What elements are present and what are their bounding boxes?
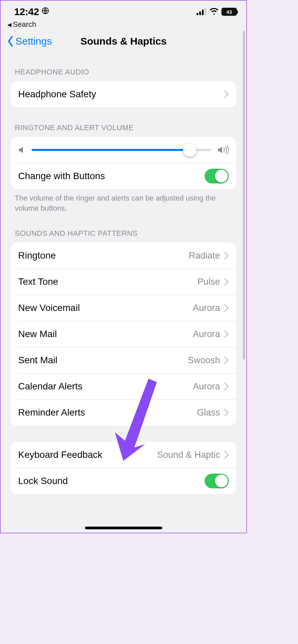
nav-back-button[interactable]: Settings <box>7 35 52 47</box>
chevron-right-icon <box>224 356 229 364</box>
home-indicator[interactable] <box>85 527 162 529</box>
nav-back-label: Settings <box>15 36 52 47</box>
chevron-left-icon <box>7 35 15 47</box>
group-patterns: Ringtone Radiate Text Tone Pulse New Voi… <box>11 243 236 426</box>
section-footer-volume: The volume of the ringer and alerts can … <box>11 189 236 213</box>
row-label: Ringtone <box>18 250 56 261</box>
section-header-headphone: HEADPHONE AUDIO <box>11 52 236 81</box>
row-lock-sound[interactable]: Lock Sound <box>11 468 236 494</box>
location-services-icon <box>42 7 49 16</box>
cellular-signal-icon <box>197 8 207 15</box>
chevron-right-icon <box>224 304 229 312</box>
battery-percent: 43 <box>226 9 232 15</box>
battery-indicator: 43 <box>221 8 237 16</box>
speaker-max-icon <box>217 146 229 154</box>
svg-rect-2 <box>199 11 201 15</box>
row-label: Calendar Alerts <box>18 381 82 392</box>
svg-rect-1 <box>197 13 198 15</box>
row-value: Glass <box>197 408 220 418</box>
status-bar: 12:42 43 <box>1 1 246 19</box>
volume-slider-thumb[interactable] <box>183 143 197 157</box>
back-to-app-label: Search <box>13 20 36 29</box>
chevron-right-icon <box>224 252 229 260</box>
toggle-change-with-buttons[interactable] <box>205 169 229 183</box>
row-value: Pulse <box>197 277 220 287</box>
back-to-app[interactable]: ◀ Search <box>1 19 246 31</box>
svg-rect-3 <box>202 10 204 15</box>
row-value: Aurora <box>193 303 220 313</box>
row-new-voicemail[interactable]: New Voicemail Aurora <box>11 295 236 321</box>
row-sent-mail[interactable]: Sent Mail Swoosh <box>11 347 236 373</box>
nav-header: Settings Sounds & Haptics <box>1 31 246 52</box>
wifi-icon <box>209 8 219 15</box>
group-volume: Change with Buttons <box>11 137 236 189</box>
row-label: Sent Mail <box>18 355 57 366</box>
row-ringtone[interactable]: Ringtone Radiate <box>11 243 236 269</box>
group-headphone: Headphone Safety <box>11 81 236 107</box>
row-keyboard-feedback[interactable]: Keyboard Feedback Sound & Haptic <box>11 442 236 468</box>
row-value: Aurora <box>193 381 220 392</box>
chevron-right-icon <box>224 409 229 417</box>
row-value: Swoosh <box>188 355 220 366</box>
chevron-right-icon <box>224 382 229 390</box>
toggle-lock-sound[interactable] <box>205 474 229 488</box>
row-value: Radiate <box>189 251 220 261</box>
status-clock: 12:42 <box>14 6 39 17</box>
row-label: Reminder Alerts <box>18 407 85 418</box>
chevron-right-icon <box>224 90 229 98</box>
section-header-volume: RINGTONE AND ALERT VOLUME <box>11 107 236 137</box>
row-value: Aurora <box>193 329 220 339</box>
row-label: Change with Buttons <box>18 171 105 181</box>
volume-slider-fill <box>32 149 190 151</box>
row-label: Lock Sound <box>18 476 68 486</box>
row-volume-slider <box>11 137 236 163</box>
svg-rect-4 <box>205 8 206 15</box>
group-misc: Keyboard Feedback Sound & Haptic Lock So… <box>11 442 236 494</box>
row-headphone-safety[interactable]: Headphone Safety <box>11 81 236 107</box>
page-title: Sounds & Haptics <box>80 36 167 47</box>
section-header-patterns: SOUNDS AND HAPTIC PATTERNS <box>11 213 236 243</box>
scroll-indicator <box>243 31 245 360</box>
row-label: New Mail <box>18 329 57 339</box>
row-label: Keyboard Feedback <box>18 449 102 460</box>
chevron-right-icon <box>224 330 229 338</box>
chevron-right-icon <box>224 451 229 459</box>
row-text-tone[interactable]: Text Tone Pulse <box>11 269 236 295</box>
speaker-min-icon <box>18 146 26 154</box>
row-label: Text Tone <box>18 276 58 287</box>
volume-slider[interactable] <box>32 149 211 151</box>
row-value: Sound & Haptic <box>157 450 220 460</box>
row-new-mail[interactable]: New Mail Aurora <box>11 321 236 347</box>
device-frame: 12:42 43 ◀ Search Settings Sounds & Hap <box>0 0 247 533</box>
row-label: New Voicemail <box>18 303 80 313</box>
back-triangle-icon: ◀ <box>7 21 11 28</box>
row-change-with-buttons[interactable]: Change with Buttons <box>11 163 236 189</box>
row-label: Headphone Safety <box>18 89 96 100</box>
chevron-right-icon <box>224 278 229 286</box>
row-reminder-alerts[interactable]: Reminder Alerts Glass <box>11 399 236 426</box>
row-calendar-alerts[interactable]: Calendar Alerts Aurora <box>11 373 236 399</box>
